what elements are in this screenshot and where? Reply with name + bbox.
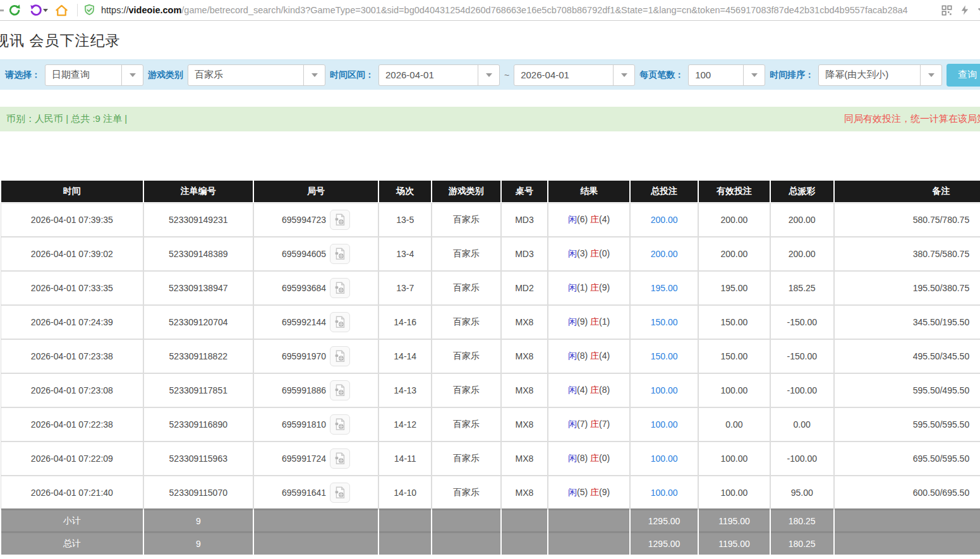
total-bet-cell: 150.00 bbox=[631, 340, 698, 373]
valid-bet-cell: 195.00 bbox=[699, 272, 769, 304]
footer-label-cell: 总计 bbox=[1, 533, 143, 555]
page-size-select[interactable]: 100 bbox=[688, 64, 765, 86]
home-button[interactable] bbox=[51, 2, 72, 18]
total-bet-link[interactable]: 100.00 bbox=[651, 385, 678, 395]
note-cell: 195.50/380.75 bbox=[835, 272, 980, 304]
browser-toolbar: https://videoie.com/game/betrecord_searc… bbox=[0, 0, 980, 21]
total-bet-link[interactable]: 200.00 bbox=[651, 215, 678, 225]
bet-id-cell: 523309115963 bbox=[144, 442, 253, 475]
footer-payout-cell: 180.25 bbox=[771, 510, 833, 532]
player-label: 闲 bbox=[568, 282, 577, 292]
sort-value: 降幂(由大到小) bbox=[819, 65, 920, 85]
address-bar[interactable]: https://videoie.com/game/betrecord_searc… bbox=[83, 3, 937, 17]
game-type-select[interactable]: 百家乐 bbox=[188, 64, 325, 86]
footer-label-cell: 小计 bbox=[1, 510, 143, 532]
date-from-select[interactable]: 2026-04-01 bbox=[378, 64, 500, 86]
footer-empty-cell bbox=[835, 533, 980, 555]
chevron-down-icon[interactable] bbox=[478, 65, 499, 85]
chevron-down-icon[interactable] bbox=[920, 65, 941, 85]
bet-id-cell: 523309120704 bbox=[144, 306, 253, 339]
search-button[interactable]: 查询 bbox=[947, 64, 980, 87]
video-file-icon bbox=[333, 281, 347, 295]
lightning-icon[interactable] bbox=[959, 4, 971, 16]
total-bet-link[interactable]: 150.00 bbox=[651, 317, 678, 327]
sort-select[interactable]: 降幂(由大到小) bbox=[818, 64, 942, 86]
security-shield-icon bbox=[83, 3, 96, 17]
result-cell: 闲(5) 庄(9) bbox=[548, 476, 629, 509]
banker-label: 庄 bbox=[590, 214, 599, 224]
query-mode-select[interactable]: 日期查询 bbox=[45, 64, 143, 86]
valid-bet-cell: 100.00 bbox=[699, 476, 769, 509]
chevron-down-icon[interactable] bbox=[743, 65, 765, 85]
table-number-cell: MX8 bbox=[502, 374, 548, 407]
chevron-down-icon[interactable] bbox=[613, 65, 634, 85]
video-replay-button[interactable] bbox=[330, 346, 350, 366]
round-number: 695991886 bbox=[282, 385, 326, 395]
game-type-value: 百家乐 bbox=[188, 65, 303, 85]
game-type-cell: 百家乐 bbox=[432, 340, 500, 373]
banker-label: 庄 bbox=[590, 248, 599, 258]
payout-cell: 185.25 bbox=[771, 272, 833, 304]
footer-empty-cell bbox=[379, 533, 431, 555]
column-header: 场次 bbox=[379, 181, 431, 202]
payout-cell: -100.00 bbox=[771, 374, 833, 407]
round-cell: 695991641 bbox=[254, 476, 378, 509]
table-row: 2026-04-01 07:22:09523309115963695991724… bbox=[1, 442, 980, 475]
page-size-label: 每页笔数： bbox=[639, 69, 684, 81]
video-replay-button[interactable] bbox=[330, 483, 350, 503]
total-bet-link[interactable]: 195.00 bbox=[651, 283, 678, 293]
result-cell: 闲(4) 庄(8) bbox=[548, 374, 629, 407]
payout-cell: -150.00 bbox=[771, 306, 833, 339]
round-cell: 695992144 bbox=[254, 306, 378, 339]
column-header: 桌号 bbox=[502, 181, 548, 202]
note-cell: 595.50/495.50 bbox=[835, 374, 980, 407]
bookmark-star-icon[interactable] bbox=[977, 4, 980, 16]
date-to-select[interactable]: 2026-04-01 bbox=[514, 64, 635, 86]
table-row: 2026-04-01 07:23:08523309117851695991886… bbox=[1, 374, 980, 407]
total-bet-link[interactable]: 100.00 bbox=[651, 454, 678, 464]
valid-bet-notice-text: 同局有效投注，统一计算在该局第 bbox=[844, 113, 980, 125]
subtotal-row: 小计91295.001195.00180.25 bbox=[1, 510, 980, 532]
bet-id-cell: 523309149231 bbox=[144, 203, 253, 236]
video-replay-button[interactable] bbox=[330, 210, 350, 230]
footer-empty-cell bbox=[432, 510, 500, 532]
banker-points: (4) bbox=[599, 351, 610, 361]
chevron-down-icon[interactable] bbox=[121, 65, 143, 85]
qr-code-icon[interactable] bbox=[941, 4, 953, 16]
total-bet-link[interactable]: 150.00 bbox=[651, 351, 678, 361]
total-bet-link[interactable]: 100.00 bbox=[651, 488, 678, 498]
valid-bet-cell: 200.00 bbox=[699, 237, 769, 270]
banker-points: (0) bbox=[599, 453, 610, 463]
video-replay-button[interactable] bbox=[330, 380, 350, 400]
table-number-cell: MX8 bbox=[502, 340, 548, 373]
video-replay-button[interactable] bbox=[330, 414, 350, 435]
video-file-icon bbox=[333, 383, 347, 397]
column-header: 局号 bbox=[254, 181, 378, 202]
video-replay-button[interactable] bbox=[330, 278, 350, 298]
bet-id-cell: 523309117851 bbox=[144, 374, 253, 407]
total-bet-link[interactable]: 100.00 bbox=[651, 419, 678, 430]
payout-cell: -150.00 bbox=[771, 340, 833, 373]
banker-points: (0) bbox=[599, 248, 610, 258]
undo-history-caret[interactable] bbox=[43, 9, 48, 12]
video-replay-button[interactable] bbox=[330, 244, 350, 264]
banker-points: (8) bbox=[599, 385, 610, 395]
round-wrap: 695991641 bbox=[254, 483, 378, 503]
session-cell: 13-4 bbox=[379, 237, 431, 270]
chevron-down-icon[interactable] bbox=[303, 65, 325, 85]
banker-label: 庄 bbox=[590, 385, 599, 395]
total-bet-cell: 200.00 bbox=[631, 203, 698, 236]
table-row: 2026-04-01 07:21:40523309115070695991641… bbox=[1, 476, 980, 509]
url-scheme: https:// bbox=[101, 5, 129, 15]
player-label: 闲 bbox=[568, 487, 577, 497]
player-points: (1) bbox=[577, 282, 590, 292]
refresh-button[interactable] bbox=[4, 2, 25, 18]
bet-time-cell: 2026-04-01 07:22:09 bbox=[1, 442, 143, 475]
video-replay-button[interactable] bbox=[330, 312, 350, 332]
video-replay-button[interactable] bbox=[330, 448, 350, 469]
total-bet-cell: 100.00 bbox=[631, 442, 698, 475]
game-type-cell: 百家乐 bbox=[432, 476, 500, 509]
column-header: 备注 bbox=[835, 181, 980, 202]
total-bet-link[interactable]: 200.00 bbox=[651, 249, 678, 259]
refresh-icon bbox=[8, 3, 21, 17]
